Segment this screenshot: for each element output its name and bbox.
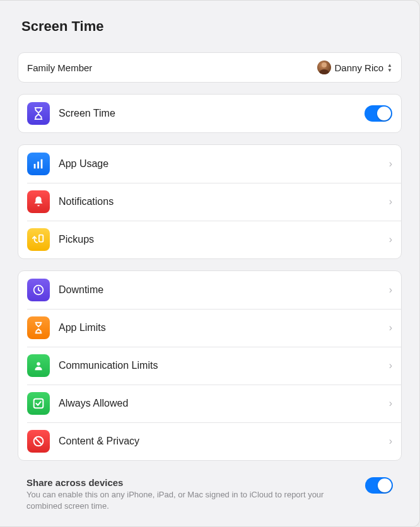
svg-rect-1 bbox=[37, 161, 39, 168]
person-bubble-icon bbox=[27, 354, 50, 377]
app-limits-row[interactable]: App Limits › bbox=[18, 309, 401, 347]
content-privacy-label: Content & Privacy bbox=[59, 436, 139, 447]
pickups-row[interactable]: Pickups › bbox=[18, 221, 401, 258]
screen-time-toggle[interactable] bbox=[365, 105, 392, 122]
page-title: Screen Time bbox=[18, 18, 402, 35]
chevron-right-icon: › bbox=[389, 322, 392, 333]
downtime-label: Downtime bbox=[59, 284, 103, 296]
pickups-label: Pickups bbox=[59, 234, 94, 245]
screen-time-label: Screen Time bbox=[59, 108, 115, 119]
downtime-row[interactable]: Downtime › bbox=[18, 271, 401, 309]
always-allowed-row[interactable]: Always Allowed › bbox=[18, 385, 401, 422]
screen-time-panel: Screen Time Family Member Danny Rico ▲▼ … bbox=[0, 0, 420, 527]
always-allowed-label: Always Allowed bbox=[59, 398, 128, 409]
family-member-label: Family Member bbox=[27, 62, 92, 73]
app-usage-row[interactable]: App Usage › bbox=[18, 145, 401, 183]
app-usage-label: App Usage bbox=[59, 158, 108, 170]
chevron-right-icon: › bbox=[389, 398, 392, 409]
family-member-row[interactable]: Family Member Danny Rico ▲▼ bbox=[18, 53, 401, 82]
chevron-right-icon: › bbox=[389, 158, 392, 170]
usage-group: App Usage › Notifications › Pickups › bbox=[18, 144, 402, 259]
hourglass-icon bbox=[27, 102, 50, 125]
avatar bbox=[317, 61, 331, 74]
svg-rect-6 bbox=[34, 399, 44, 408]
stepper-icon[interactable]: ▲▼ bbox=[387, 63, 392, 72]
content-privacy-row[interactable]: Content & Privacy › bbox=[18, 422, 401, 460]
hourglass-small-icon bbox=[27, 316, 50, 339]
bar-chart-icon bbox=[27, 153, 50, 175]
pickup-icon bbox=[27, 228, 50, 251]
bell-icon bbox=[27, 190, 50, 213]
svg-rect-3 bbox=[39, 235, 43, 242]
svg-line-8 bbox=[35, 438, 42, 445]
family-member-group: Family Member Danny Rico ▲▼ bbox=[18, 52, 402, 83]
screen-time-toggle-group: Screen Time bbox=[18, 94, 402, 133]
share-title: Share across devices bbox=[26, 477, 356, 488]
communication-limits-label: Communication Limits bbox=[59, 360, 158, 371]
communication-limits-row[interactable]: Communication Limits › bbox=[18, 347, 401, 385]
chevron-right-icon: › bbox=[389, 436, 392, 447]
chevron-right-icon: › bbox=[389, 360, 392, 371]
svg-point-5 bbox=[37, 362, 40, 366]
screen-time-row: Screen Time bbox=[18, 95, 401, 132]
clock-icon bbox=[27, 279, 50, 301]
notifications-label: Notifications bbox=[59, 196, 114, 207]
share-toggle[interactable] bbox=[365, 477, 393, 494]
share-description: You can enable this on any iPhone, iPad,… bbox=[26, 489, 356, 511]
notifications-row[interactable]: Notifications › bbox=[18, 183, 401, 221]
chevron-right-icon: › bbox=[389, 234, 392, 245]
chevron-right-icon: › bbox=[389, 196, 392, 207]
check-shield-icon bbox=[27, 392, 50, 415]
limits-group: Downtime › App Limits › Communication Li… bbox=[18, 270, 402, 461]
app-limits-label: App Limits bbox=[59, 322, 106, 333]
no-entry-icon bbox=[27, 430, 50, 453]
chevron-right-icon: › bbox=[389, 284, 392, 296]
family-member-name: Danny Rico bbox=[335, 62, 384, 73]
svg-rect-0 bbox=[34, 164, 36, 168]
share-group: Share across devices You can enable this… bbox=[18, 472, 402, 520]
svg-rect-2 bbox=[41, 159, 43, 169]
